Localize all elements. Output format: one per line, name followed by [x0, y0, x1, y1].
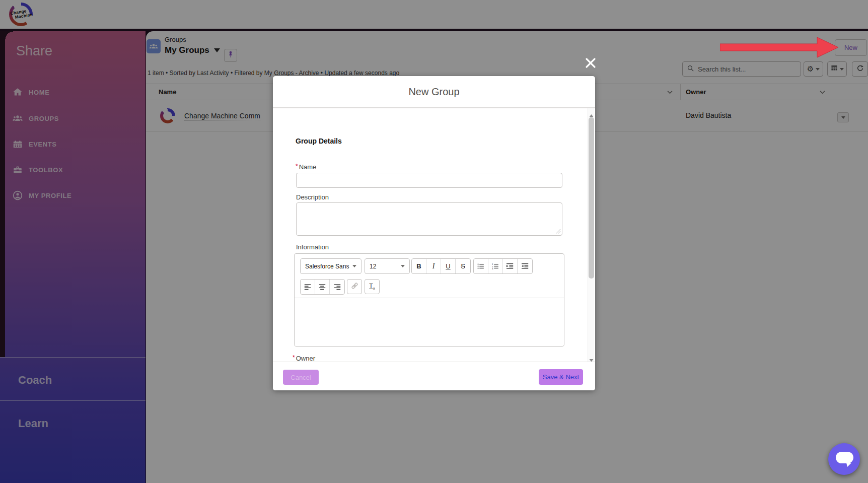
information-rich-text-editor: Salesforce Sans 12 B I U S 123	[294, 253, 564, 347]
information-field-label: Information	[296, 243, 329, 251]
italic-button[interactable]: I	[426, 259, 441, 273]
chevron-down-icon	[401, 265, 405, 267]
link-icon	[351, 282, 358, 292]
group-details-heading: Group Details	[296, 137, 342, 145]
rte-body[interactable]	[295, 298, 564, 346]
font-size-select[interactable]: 12	[365, 258, 410, 274]
underline-button[interactable]: U	[441, 259, 456, 273]
modal-close-button[interactable]	[584, 56, 598, 70]
name-input[interactable]	[296, 173, 562, 188]
indent-button[interactable]	[503, 259, 518, 273]
scroll-up-icon[interactable]	[589, 110, 594, 115]
field-label-text: Owner	[296, 355, 315, 362]
outdent-button[interactable]	[518, 259, 532, 273]
description-field-label: Description	[296, 193, 329, 201]
annotation-arrow-icon	[720, 36, 840, 60]
cancel-button[interactable]: Cancel	[283, 370, 319, 385]
font-family-select[interactable]: Salesforce Sans	[300, 258, 361, 274]
field-label-text: Name	[299, 163, 317, 171]
alignment-group	[300, 279, 345, 295]
insert-link-button[interactable]	[347, 279, 362, 294]
required-marker: *	[296, 163, 298, 170]
svg-text:3: 3	[492, 267, 493, 269]
align-left-button[interactable]	[301, 280, 315, 294]
bullet-list-button[interactable]	[474, 259, 488, 273]
app-root: Change Machine Share HOME GROUPS	[0, 0, 868, 483]
numbered-list-button[interactable]: 123	[488, 259, 503, 273]
modal-scrollbar[interactable]	[588, 108, 594, 362]
modal-header: New Group	[273, 76, 595, 108]
description-textarea[interactable]	[296, 202, 562, 236]
save-next-button[interactable]: Save & Next	[539, 369, 583, 385]
owner-field-label: *Owner	[293, 354, 315, 362]
align-center-button[interactable]	[315, 280, 330, 294]
font-family-value: Salesforce Sans	[305, 263, 349, 270]
list-indent-group: 123	[473, 258, 533, 274]
text-style-group: B I U S	[411, 258, 471, 274]
chat-bubble-icon	[829, 443, 859, 475]
modal-footer: Cancel Save & Next	[273, 362, 595, 390]
required-marker: *	[293, 354, 295, 361]
align-right-button[interactable]	[330, 280, 344, 294]
clear-format-icon: Tx	[369, 283, 375, 291]
scrollbar-thumb[interactable]	[589, 117, 594, 279]
modal-title: New Group	[408, 86, 459, 98]
strikethrough-button[interactable]: S	[456, 259, 470, 273]
remove-formatting-button[interactable]: Tx	[365, 279, 380, 294]
chat-launcher-button[interactable]	[828, 443, 860, 475]
scroll-down-icon[interactable]	[589, 355, 594, 360]
new-group-modal: New Group Group Details *Name Descriptio…	[273, 76, 595, 390]
resize-grip-icon[interactable]	[556, 229, 560, 234]
bold-button[interactable]: B	[412, 259, 426, 273]
font-size-value: 12	[370, 263, 376, 270]
close-icon	[584, 63, 598, 72]
name-field-label: *Name	[296, 163, 316, 171]
chevron-down-icon	[352, 265, 356, 267]
